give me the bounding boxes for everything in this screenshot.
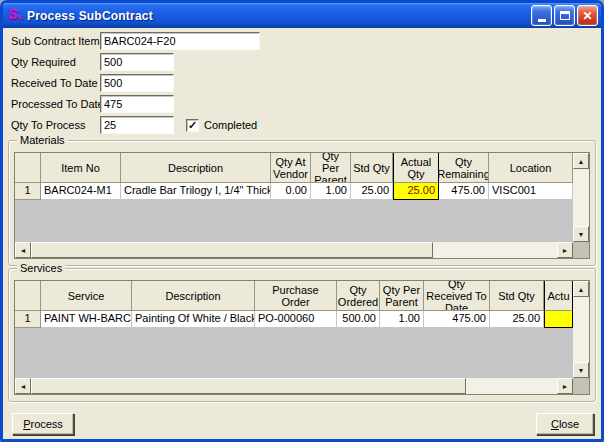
- materials-scroll-corner: [573, 242, 589, 258]
- services-col-rownum[interactable]: [15, 281, 41, 311]
- close-button[interactable]: ✕: [577, 5, 598, 26]
- services-group-label: Services: [17, 261, 65, 275]
- completed-checkbox[interactable]: ✓: [186, 119, 199, 132]
- materials-cell-description[interactable]: Cradle Bar Trilogy I, 1/4" Thick: [121, 183, 271, 200]
- materials-group-label: Materials: [17, 133, 68, 147]
- app-icon: Sx: [6, 6, 24, 25]
- materials-cell-qty-at-vendor[interactable]: 0.00: [271, 183, 311, 200]
- services-col-description[interactable]: Description: [132, 281, 255, 311]
- materials-col-actual-qty[interactable]: Actual Qty: [393, 153, 439, 183]
- materials-cell-std-qty[interactable]: 25.00: [351, 183, 393, 200]
- services-header-row: Service Description Purchase Order Qty O…: [15, 281, 573, 311]
- scroll-left-icon[interactable]: ◄: [15, 378, 31, 394]
- services-groupbox: Services Service Description Purchase Or…: [8, 268, 596, 402]
- materials-row-1-number[interactable]: 1: [15, 183, 41, 200]
- scroll-down-icon[interactable]: ▼: [573, 362, 589, 378]
- scroll-up-icon[interactable]: ▲: [573, 153, 589, 169]
- received-to-date-field[interactable]: [100, 74, 174, 92]
- services-scroll-corner: [573, 378, 589, 394]
- scroll-right-icon[interactable]: ►: [557, 242, 573, 258]
- materials-col-std-qty[interactable]: Std Qty: [351, 153, 393, 183]
- services-cell-service[interactable]: PAINT WH-BARC02: [41, 311, 132, 328]
- qty-required-field[interactable]: [100, 53, 174, 71]
- services-col-qty-per-parent[interactable]: Qty Per Parent: [380, 281, 424, 311]
- services-cell-qty-ordered[interactable]: 500.00: [337, 311, 380, 328]
- materials-cell-item-no[interactable]: BARC024-M1: [41, 183, 121, 200]
- materials-header-row: Item No Description Qty At Vendor Qty Pe…: [15, 153, 573, 183]
- materials-grid: Item No Description Qty At Vendor Qty Pe…: [14, 152, 590, 259]
- received-to-date-label: Received To Date: [11, 74, 98, 92]
- process-button[interactable]: Process: [12, 413, 74, 435]
- titlebar[interactable]: Sx Process SubContract ✕: [3, 3, 601, 28]
- materials-col-description[interactable]: Description: [121, 153, 271, 183]
- materials-vertical-scrollbar[interactable]: ▲ ▼: [573, 153, 589, 242]
- scroll-up-icon[interactable]: ▲: [573, 281, 589, 297]
- materials-col-qty-per-parent[interactable]: Qty Per Parent: [311, 153, 351, 183]
- materials-row-1: 1 BARC024-M1 Cradle Bar Trilogy I, 1/4" …: [15, 183, 573, 200]
- materials-col-qty-remaining[interactable]: Qty Remaining: [439, 153, 489, 183]
- window-title: Process SubContract: [27, 9, 531, 23]
- services-col-std-qty[interactable]: Std Qty: [490, 281, 544, 311]
- qty-to-process-label: Qty To Process: [11, 116, 85, 134]
- dialog-body: Sub Contract Item Qty Required Received …: [3, 28, 601, 439]
- materials-col-qty-at-vendor[interactable]: Qty At Vendor: [271, 153, 311, 183]
- processed-to-date-field[interactable]: [100, 95, 174, 113]
- close-icon: ✕: [582, 10, 592, 22]
- scroll-right-icon[interactable]: ►: [557, 378, 573, 394]
- materials-horizontal-scrollbar[interactable]: ◄ ►: [15, 242, 573, 258]
- checkmark-icon: ✓: [188, 119, 197, 131]
- materials-cell-location[interactable]: VISC001: [489, 183, 573, 200]
- scroll-down-icon[interactable]: ▼: [573, 226, 589, 242]
- minimize-button[interactable]: [531, 5, 552, 26]
- minimize-icon: [538, 19, 546, 22]
- services-col-purchase-order[interactable]: Purchase Order: [255, 281, 337, 311]
- qty-required-label: Qty Required: [11, 53, 76, 71]
- services-col-service[interactable]: Service: [41, 281, 132, 311]
- materials-col-rownum[interactable]: [15, 153, 41, 183]
- qty-to-process-field[interactable]: [100, 116, 174, 134]
- services-grid-empty-area: [15, 328, 573, 378]
- process-subcontract-dialog: Sx Process SubContract ✕ Sub Contract It…: [0, 0, 604, 442]
- materials-hscroll-thumb[interactable]: [31, 242, 433, 258]
- materials-grid-empty-area: [15, 200, 573, 242]
- close-dialog-button[interactable]: Close: [536, 413, 594, 435]
- materials-cell-actual-qty-selected[interactable]: 25.00: [393, 183, 439, 200]
- services-grid: Service Description Purchase Order Qty O…: [14, 280, 590, 395]
- maximize-button[interactable]: [554, 5, 575, 26]
- services-hscroll-thumb[interactable]: [31, 378, 466, 394]
- services-row-1-number[interactable]: 1: [15, 311, 41, 328]
- processed-to-date-label: Processed To Date: [11, 95, 104, 113]
- services-vertical-scrollbar[interactable]: ▲ ▼: [573, 281, 589, 378]
- services-col-actual-truncated[interactable]: Actu: [544, 281, 573, 311]
- services-cell-actual-selected[interactable]: [544, 311, 573, 328]
- completed-label: Completed: [204, 118, 257, 133]
- subcontract-item-field[interactable]: [100, 32, 260, 50]
- materials-col-location[interactable]: Location: [489, 153, 573, 183]
- materials-col-item-no[interactable]: Item No: [41, 153, 121, 183]
- materials-groupbox: Materials Item No Description Qty At Ven…: [8, 140, 596, 266]
- maximize-icon: [560, 11, 570, 20]
- materials-cell-qty-per-parent[interactable]: 1.00: [311, 183, 351, 200]
- materials-cell-qty-remaining[interactable]: 475.00: [439, 183, 489, 200]
- services-cell-qty-received-to-date[interactable]: 475.00: [424, 311, 490, 328]
- services-row-1: 1 PAINT WH-BARC02 Painting Of White / Bl…: [15, 311, 573, 328]
- services-col-qty-received-to-date[interactable]: Qty Received To Date: [424, 281, 490, 311]
- services-cell-purchase-order[interactable]: PO-000060: [255, 311, 337, 328]
- services-cell-qty-per-parent[interactable]: 1.00: [380, 311, 424, 328]
- services-horizontal-scrollbar[interactable]: ◄ ►: [15, 378, 573, 394]
- services-col-qty-ordered[interactable]: Qty Ordered: [337, 281, 380, 311]
- services-cell-std-qty[interactable]: 25.00: [490, 311, 544, 328]
- services-cell-description[interactable]: Painting Of White / Black /: [132, 311, 255, 328]
- scroll-left-icon[interactable]: ◄: [15, 242, 31, 258]
- subcontract-item-label: Sub Contract Item: [11, 32, 100, 50]
